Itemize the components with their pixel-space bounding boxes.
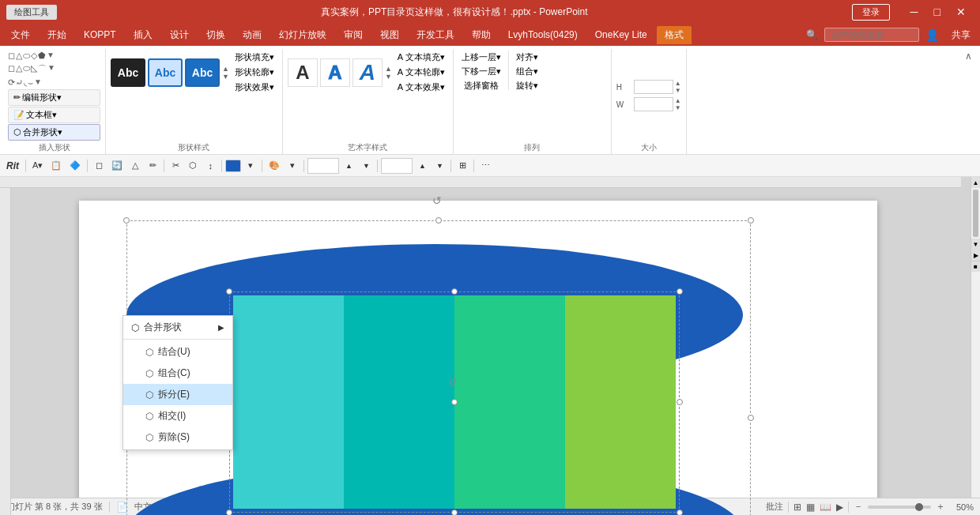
rotate-handle-outer[interactable]: ↺ <box>432 194 445 207</box>
tb-select-btn[interactable]: ◻ <box>91 157 107 175</box>
width-input[interactable] <box>634 97 673 111</box>
width-spinner[interactable]: ▲ ▼ <box>675 97 681 111</box>
tb-num2-spinner-up[interactable]: ▲ <box>414 157 430 175</box>
shape-effects-dropdown[interactable]: 形状效果▾ <box>232 81 277 94</box>
view-reading-icon[interactable]: 📖 <box>820 502 831 513</box>
text-fill-dropdown[interactable]: A 文本填充▾ <box>394 51 448 64</box>
rect-cyan[interactable] <box>233 295 344 509</box>
menu-item-design[interactable]: 设计 <box>162 26 197 44</box>
ctx-item-combine[interactable]: ⬡ 结合(U) <box>123 341 232 363</box>
edit-shape-dropdown[interactable]: ✏ 编辑形状▾ <box>8 89 100 106</box>
group-dropdown[interactable]: 组合▾ <box>513 65 541 78</box>
tb-dropdown-arrow1[interactable]: ▾ <box>243 157 258 175</box>
shape-style-blue-fill[interactable]: Abc <box>185 58 220 87</box>
tb-num2-spinner-dn[interactable]: ▼ <box>432 157 447 175</box>
view-slide-icon[interactable]: ▦ <box>806 502 815 513</box>
tb-triangle-btn[interactable]: △ <box>127 157 143 175</box>
handle-outer-tr[interactable] <box>748 217 754 224</box>
tb-more-btns[interactable]: ⋯ <box>477 157 493 175</box>
win-close-button[interactable]: ✕ <box>948 2 974 21</box>
shape-style-dark[interactable]: Abc <box>111 58 145 87</box>
handle-inner-tr[interactable] <box>677 288 683 295</box>
handle-inner-tl[interactable] <box>226 288 232 295</box>
handle-outer-mr[interactable] <box>748 415 754 421</box>
handle-inner-mr[interactable] <box>677 399 683 405</box>
handle-inner-bc[interactable] <box>451 509 458 515</box>
shape-outline-dropdown[interactable]: 形状轮廓▾ <box>232 66 277 79</box>
ctx-item-subtract[interactable]: ⬡ 剪除(S) <box>123 427 232 448</box>
merge-shapes-dropdown[interactable]: ⬡ 合并形状▾ <box>8 124 100 141</box>
expand-shapes2-btn[interactable]: ▼ <box>47 63 55 75</box>
tb-dropdown-arrow2[interactable]: ▾ <box>285 157 300 175</box>
handle-inner-br[interactable] <box>677 509 683 515</box>
scroll-extra-1[interactable]: ▶ <box>971 250 980 261</box>
tb-cut-btn[interactable]: ✂ <box>168 157 183 175</box>
text-effects-dropdown[interactable]: A 文本效果▾ <box>394 81 448 94</box>
tb-updown-btn[interactable]: ↕ <box>202 157 218 175</box>
canvas-area[interactable]: ↺ ↺ ⬡ 合并形状 ▶ ⬡ 结合(U) ⬡ 组合(C) ⬡ 拆分(E <box>0 177 971 515</box>
zoom-out-button[interactable]: － <box>854 500 863 513</box>
tb-pen-btn[interactable]: ✏ <box>145 157 160 175</box>
expand-shapes3-btn[interactable]: ▼ <box>34 77 42 88</box>
ctx-item-split[interactable]: ⬡ 拆分(E) <box>123 384 232 405</box>
scroll-up-button[interactable]: ▲ <box>971 177 980 188</box>
zoom-thumb[interactable] <box>915 503 923 511</box>
selection-pane-btn[interactable]: 选择窗格 <box>461 79 502 92</box>
menu-item-insert[interactable]: 插入 <box>126 26 160 44</box>
menu-item-lvyhtools[interactable]: LvyhTools(0429) <box>500 27 586 43</box>
menu-item-review[interactable]: 审阅 <box>336 26 371 44</box>
rect-green[interactable] <box>565 295 676 509</box>
tb-numeric-input2[interactable] <box>381 158 413 174</box>
shape-style-blue-outline[interactable]: Abc <box>148 58 183 87</box>
menu-item-onekey[interactable]: OneKey Lite <box>587 27 655 43</box>
search-input[interactable] <box>824 28 919 42</box>
menu-item-help[interactable]: 帮助 <box>464 26 499 44</box>
rect-green-teal[interactable] <box>454 295 565 509</box>
login-button[interactable]: 登录 <box>852 4 890 21</box>
art-text-italic[interactable]: A <box>352 58 383 87</box>
text-outline-dropdown[interactable]: A 文本轮廓▾ <box>394 66 448 79</box>
height-spinner[interactable]: ▲ ▼ <box>675 80 681 94</box>
tb-color-box[interactable] <box>225 160 241 172</box>
expand-shapes-btn[interactable]: ▼ <box>47 51 55 61</box>
menu-item-slideshow[interactable]: 幻灯片放映 <box>271 26 334 44</box>
ribbon-collapse-button[interactable]: ∧ <box>960 49 977 63</box>
rotate-dropdown[interactable]: 旋转▾ <box>513 79 541 92</box>
ctx-item-group[interactable]: ⬡ 组合(C) <box>123 363 232 384</box>
view-presenter-icon[interactable]: ▶ <box>836 502 843 513</box>
scroll-thumb[interactable] <box>973 190 978 237</box>
tb-hex-btn[interactable]: ⬡ <box>185 157 201 175</box>
share-button[interactable]: 共享 <box>945 26 977 44</box>
zoom-in-button[interactable]: ＋ <box>936 500 945 513</box>
handle-outer-tc[interactable] <box>435 217 442 224</box>
tb-num-spinner-dn[interactable]: ▼ <box>358 157 374 175</box>
art-text-stroke[interactable]: A <box>320 58 350 87</box>
handle-inner-bl[interactable] <box>226 509 232 515</box>
win-minimize-button[interactable]: ─ <box>903 2 926 21</box>
art-expand-arrows[interactable]: ▲ ▼ <box>385 65 392 81</box>
menu-item-file[interactable]: 文件 <box>3 26 38 44</box>
ctx-item-intersect[interactable]: ⬡ 相交(I) <box>123 405 232 427</box>
tb-color-picker-btn[interactable]: 🎨 <box>266 157 283 175</box>
rotate-handle-inner[interactable]: ↺ <box>448 376 461 389</box>
scroll-down-button[interactable]: ▼ <box>971 239 980 250</box>
menu-item-koppt[interactable]: KOPPT <box>76 27 124 43</box>
vertical-scrollbar[interactable]: ▲ ▼ ▶ ■ <box>971 177 980 515</box>
move-forward-dropdown[interactable]: 上移一层▾ <box>458 51 504 64</box>
move-backward-dropdown[interactable]: 下移一层▾ <box>458 65 504 78</box>
view-normal-icon[interactable]: ⊞ <box>793 502 801 513</box>
style-expand-arrows[interactable]: ▲ ▼ <box>222 65 229 81</box>
rect-teal[interactable] <box>344 295 454 509</box>
menu-item-home[interactable]: 开始 <box>40 26 74 44</box>
tb-numeric-input[interactable] <box>307 158 339 174</box>
textbox-dropdown[interactable]: 📝 文本框▾ <box>8 107 100 123</box>
handle-inner-tc[interactable] <box>451 288 458 295</box>
handle-outer-tl[interactable] <box>123 217 130 224</box>
zoom-slider[interactable] <box>868 506 931 509</box>
scroll-extra-2[interactable]: ■ <box>971 261 980 272</box>
menu-item-transitions[interactable]: 切换 <box>198 26 233 44</box>
align-dropdown[interactable]: 对齐▾ <box>513 51 541 64</box>
shape-fill-dropdown[interactable]: 形状填充▾ <box>232 51 277 64</box>
tb-shape-btn[interactable]: 🔷 <box>66 157 84 175</box>
tb-num-spinner-up[interactable]: ▲ <box>341 157 356 175</box>
